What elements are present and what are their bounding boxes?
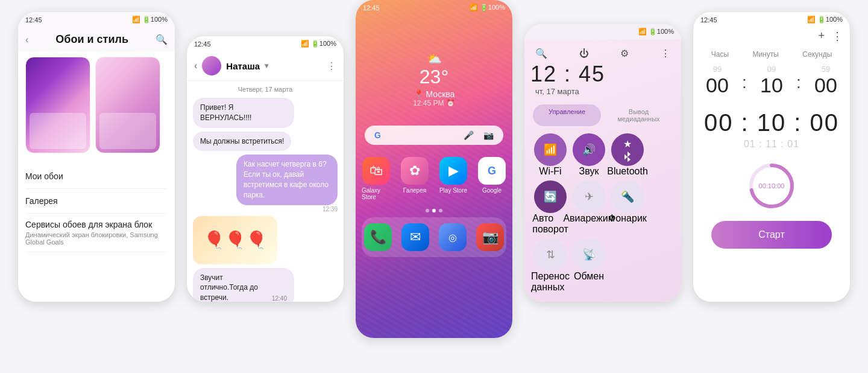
wallpaper-thumb-2[interactable] xyxy=(95,57,160,153)
data-label: Перенос данных xyxy=(531,271,570,293)
more-options-icon[interactable]: ⋮ xyxy=(327,60,336,72)
seconds-label: Секунды xyxy=(802,50,832,59)
add-timer-icon[interactable]: + xyxy=(818,30,825,43)
msg-row-2: Мы должны встретиться! xyxy=(193,132,338,151)
signal-5: 📶 xyxy=(807,16,816,24)
wallpaper-thumb-1[interactable] xyxy=(25,57,90,153)
messages-icon: ✉ xyxy=(401,223,429,251)
app-label-play-store: Play Store xyxy=(439,187,467,194)
flashlight-label: Фонарик xyxy=(608,213,647,224)
qs-settings-icon[interactable]: ⚙ xyxy=(620,48,629,59)
qs-background: 🔍 ⏻ ⚙ ⋮ 12 : 45 чт, 17 марта Управление … xyxy=(524,39,681,302)
wifi-icon: 📶 xyxy=(544,143,557,156)
ring-time-text: 00:10:00 xyxy=(759,182,785,190)
dot-2 xyxy=(432,209,436,212)
weather-widget: ⛅ 23° 📍 Москва 12:45 PM ⏰ xyxy=(356,15,512,113)
home-content: 12:45 📶 🔋100% ⛅ 23° 📍 Москва 12:45 PM ⏰ … xyxy=(356,0,512,338)
quick-toggles: 📶 Wi-Fi 🔊 Звук ★ Bluetooth xyxy=(530,130,675,296)
balloon-emoji: 🎈🎈🎈 xyxy=(204,230,267,250)
msg-timestamp-1: 12:39 xyxy=(322,206,338,212)
separator-2: : xyxy=(796,73,801,92)
sound-label: Звук xyxy=(579,166,599,177)
section-wallpaper-services[interactable]: Сервисы обоев для экрана блок Динамическ… xyxy=(25,214,168,252)
status-icons-3: 📶 🔋100% xyxy=(470,4,505,11)
status-icons-1: 📶 🔋100% xyxy=(132,16,168,24)
start-button[interactable]: Старт xyxy=(711,221,832,249)
rotate-icon-btn: 🔄 xyxy=(534,180,567,213)
app-grid-row1: 🛍 Galaxy Store ✿ Галерея ▶ Play Store G … xyxy=(356,151,512,204)
toggle-flashlight[interactable]: 🔦 Фонарик xyxy=(610,180,645,235)
screen-home: 12:45 📶 🔋100% ⛅ 23° 📍 Москва 12:45 PM ⏰ … xyxy=(356,0,512,338)
app-samsung-browser[interactable]: ◎ xyxy=(439,223,467,251)
rss-icon: 📡 xyxy=(582,248,596,261)
bluetooth-label: Bluetooth xyxy=(607,166,648,177)
app-phone[interactable]: 📞 xyxy=(364,223,392,251)
dot-1 xyxy=(426,209,429,212)
tab-media[interactable]: Вывод медиаданных xyxy=(605,104,673,126)
toggle-data[interactable]: ⇅ Перенос данных xyxy=(533,238,568,293)
hours-picker[interactable]: 99 00 xyxy=(706,65,729,97)
search-icon[interactable]: 🔍 xyxy=(156,34,168,45)
battery-4: 🔋100% xyxy=(649,28,674,36)
signal-4: 📶 xyxy=(638,28,647,36)
tab-control[interactable]: Управление xyxy=(533,104,601,126)
toggle-bluetooth[interactable]: ★ Bluetooth xyxy=(610,133,645,177)
page-dots xyxy=(356,204,512,217)
wallpaper-sections: Мои обои Галерея Сервисы обоев для экран… xyxy=(18,158,175,258)
toggle-sound[interactable]: 🔊 Звук xyxy=(571,133,606,177)
section-wallpaper-services-sub: Динамический экран блокировки, Samsung G… xyxy=(25,231,168,246)
toggle-wifi[interactable]: 📶 Wi-Fi xyxy=(533,133,568,177)
hours-label: Часы xyxy=(711,50,729,59)
status-bar-3: 12:45 📶 🔋100% xyxy=(356,0,512,15)
timer-main-display: 00 : 10 : 00 xyxy=(699,109,844,136)
google-icon: G xyxy=(478,157,506,185)
seconds-picker[interactable]: 59 00 xyxy=(814,65,837,97)
timer-more-icon[interactable]: ⋮ xyxy=(832,30,843,43)
app-gallery[interactable]: ✿ Галерея xyxy=(400,157,429,200)
msg-back-icon[interactable]: ‹ xyxy=(194,60,197,71)
time-3: 12:45 xyxy=(363,4,380,11)
seconds-above: 59 xyxy=(822,65,830,74)
image-bubble: 🎈🎈🎈 xyxy=(193,216,277,264)
search-bar[interactable]: G 🎤 📷 xyxy=(365,126,503,145)
toggle-rss[interactable]: 📡 Обмен xyxy=(571,238,606,293)
seconds-selected: 00 xyxy=(814,74,837,97)
toggle-rotate[interactable]: 🔄 Авто поворот xyxy=(533,180,568,235)
google-logo: G xyxy=(374,130,381,140)
hours-selected: 00 xyxy=(706,74,729,97)
app-camera[interactable]: 📷 xyxy=(476,223,504,251)
section-gallery[interactable]: Галерея xyxy=(25,189,168,214)
mic-icon[interactable]: 🎤 xyxy=(464,130,474,140)
qs-power-icon[interactable]: ⏻ xyxy=(579,48,589,59)
section-my-wallpapers[interactable]: Мои обои xyxy=(25,164,168,189)
wifi-label: Wi-Fi xyxy=(539,166,561,177)
app-label-galaxy-store: Galaxy Store xyxy=(362,187,391,200)
timer-picker: 99 00 : 09 10 : 59 00 xyxy=(693,59,850,103)
msg-row-3: Как насчет четверга в 6? Если ты ок, дав… xyxy=(193,155,338,212)
qs-search-icon[interactable]: 🔍 xyxy=(535,48,547,59)
camera-search-icon[interactable]: 📷 xyxy=(483,130,494,140)
app-google[interactable]: G Google xyxy=(477,157,506,200)
app-galaxy-store[interactable]: 🛍 Galaxy Store xyxy=(362,157,391,200)
bluetooth-icon: ★ xyxy=(623,138,632,150)
app-play-store[interactable]: ▶ Play Store xyxy=(439,157,468,200)
rss-label: Обмен xyxy=(574,271,604,282)
toggle-airplane[interactable]: ✈ Авиарежим xyxy=(571,180,606,235)
app-dock: 📞 ✉ ◎ 📷 xyxy=(362,217,506,257)
app-messages[interactable]: ✉ xyxy=(401,223,429,251)
battery-2: 🔋100% xyxy=(311,40,336,48)
msg-row-5: Звучит отлично.Тогда до встречи. 12:40 xyxy=(193,268,338,302)
minutes-picker[interactable]: 09 10 xyxy=(760,65,783,97)
airplane-label: Авиарежим xyxy=(563,213,614,224)
airplane-icon: ✈ xyxy=(585,190,594,203)
bubble-received-1: Привет! Я ВЕРНУЛАСЬ!!!! xyxy=(193,98,294,128)
screen-timer: 12:45 📶 🔋100% + ⋮ Часы Минуты Секунды 99… xyxy=(693,12,850,302)
minutes-selected: 10 xyxy=(760,74,783,97)
airplane-icon-btn: ✈ xyxy=(573,180,605,213)
timer-sub-display: 01 : 11 : 01 xyxy=(699,139,844,150)
minutes-above: 09 xyxy=(767,65,776,74)
timer-header: + ⋮ xyxy=(693,27,850,45)
screen-wallpapers: 12:45 📶 🔋100% ‹ Обои и стиль 🔍 Мои обои … xyxy=(18,12,175,302)
qs-more-icon[interactable]: ⋮ xyxy=(661,48,670,59)
back-icon[interactable]: ‹ xyxy=(25,34,28,45)
